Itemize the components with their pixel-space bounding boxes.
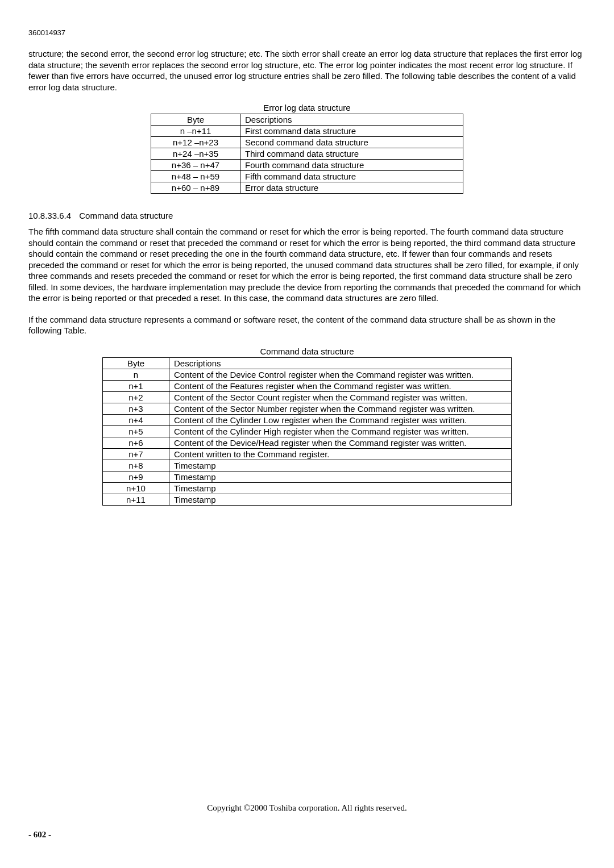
table-row: n+12 –n+23Second command data structure: [151, 137, 463, 148]
cell-desc: Content of the Device/Head register when…: [169, 437, 512, 448]
table-header-byte: Byte: [151, 114, 240, 126]
cell-byte: n+2: [103, 391, 169, 403]
paragraph-2: If the command data structure represents…: [28, 314, 586, 336]
table-row: n+7Content written to the Command regist…: [103, 448, 512, 460]
section-number: 10.8.33.6.4: [28, 211, 71, 220]
section-heading: 10.8.33.6.4 Command data structure: [28, 211, 586, 220]
cell-desc: Content of the Device Control register w…: [169, 369, 512, 380]
table-row: n+5Content of the Cylinder High register…: [103, 425, 512, 437]
paragraph-1: The fifth command data structure shall c…: [28, 226, 586, 304]
document-header-number: 360014937: [28, 28, 586, 37]
cell-byte: n+36 – n+47: [151, 160, 240, 171]
cell-desc: Content of the Cylinder High register wh…: [169, 425, 512, 437]
cell-byte: n+24 –n+35: [151, 148, 240, 160]
cell-desc: Timestamp: [169, 494, 512, 505]
table-row: n+9Timestamp: [103, 471, 512, 482]
cell-desc: Fourth command data structure: [240, 160, 463, 171]
table-row: n+48 – n+59Fifth command data structure: [151, 171, 463, 182]
cell-byte: n+6: [103, 437, 169, 448]
table-row: n+24 –n+35Third command data structure: [151, 148, 463, 160]
table-row: n+4Content of the Cylinder Low register …: [103, 414, 512, 425]
table-row: n+8Timestamp: [103, 460, 512, 471]
table2-caption: Command data structure: [28, 347, 586, 356]
cell-byte: n+1: [103, 380, 169, 391]
cell-byte: n+10: [103, 482, 169, 494]
table-row: n+6Content of the Device/Head register w…: [103, 437, 512, 448]
cell-desc: Content of the Features register when th…: [169, 380, 512, 391]
cell-byte: n+9: [103, 471, 169, 482]
cell-desc: Content of the Sector Count register whe…: [169, 391, 512, 403]
table-row: n –n+11First command data structure: [151, 126, 463, 137]
cell-byte: n+11: [103, 494, 169, 505]
table-row: n+60 – n+89Error data structure: [151, 182, 463, 194]
cell-byte: n+8: [103, 460, 169, 471]
table-header-row: Byte Descriptions: [103, 357, 512, 369]
cell-byte: n+5: [103, 425, 169, 437]
cell-desc: Second command data structure: [240, 137, 463, 148]
table-row: n+2Content of the Sector Count register …: [103, 391, 512, 403]
cell-byte: n+3: [103, 403, 169, 414]
table-row: n+3Content of the Sector Number register…: [103, 403, 512, 414]
table-row: n+1Content of the Features register when…: [103, 380, 512, 391]
cell-desc: Timestamp: [169, 471, 512, 482]
cell-desc: Fifth command data structure: [240, 171, 463, 182]
table1-caption: Error log data structure: [28, 103, 586, 112]
cell-desc: Content of the Sector Number register wh…: [169, 403, 512, 414]
table-row: n+10Timestamp: [103, 482, 512, 494]
intro-paragraph: structure; the second error, the second …: [28, 48, 586, 93]
table-row: n+11Timestamp: [103, 494, 512, 505]
cell-byte: n+60 – n+89: [151, 182, 240, 194]
cell-desc: Timestamp: [169, 460, 512, 471]
section-title-text: Command data structure: [79, 211, 173, 220]
cell-byte: n: [103, 369, 169, 380]
cell-byte: n+4: [103, 414, 169, 425]
cell-desc: Content of the Cylinder Low register whe…: [169, 414, 512, 425]
error-log-table: Byte Descriptions n –n+11First command d…: [151, 114, 463, 194]
table-header-row: Byte Descriptions: [151, 114, 463, 126]
cell-desc: First command data structure: [240, 126, 463, 137]
cell-byte: n –n+11: [151, 126, 240, 137]
table-header-desc: Descriptions: [169, 357, 512, 369]
table-header-desc: Descriptions: [240, 114, 463, 126]
cell-desc: Timestamp: [169, 482, 512, 494]
cell-byte: n+12 –n+23: [151, 137, 240, 148]
cell-desc: Error data structure: [240, 182, 463, 194]
table-row: nContent of the Device Control register …: [103, 369, 512, 380]
cell-byte: n+48 – n+59: [151, 171, 240, 182]
command-data-table: Byte Descriptions nContent of the Device…: [102, 357, 512, 506]
cell-desc: Content written to the Command register.: [169, 448, 512, 460]
cell-desc: Third command data structure: [240, 148, 463, 160]
cell-byte: n+7: [103, 448, 169, 460]
table-row: n+36 – n+47Fourth command data structure: [151, 160, 463, 171]
table-header-byte: Byte: [103, 357, 169, 369]
